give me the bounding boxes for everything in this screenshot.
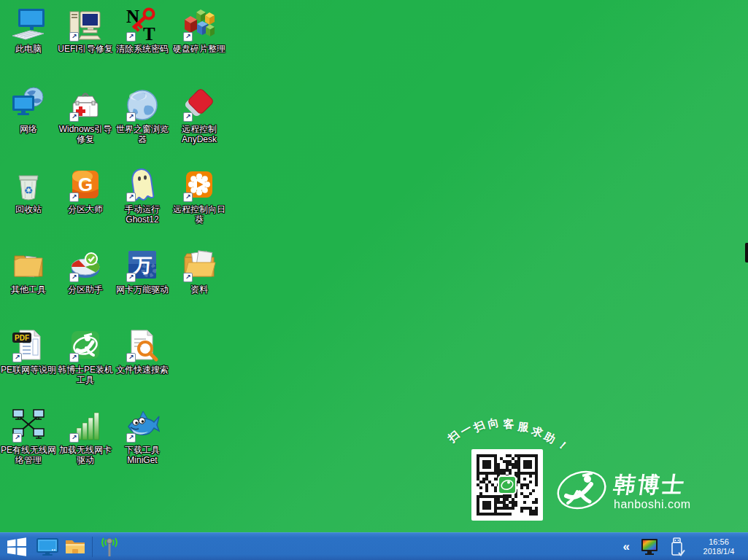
desktop-icon-recycle-bin[interactable]: ♻ 回收站 xyxy=(0,167,57,214)
desktop-icon-hanboshi-pe-installer[interactable]: ↗ 韩博士PE装机工具 xyxy=(57,327,114,385)
documents-folder-icon: ↗ xyxy=(182,247,217,282)
icon-label: 资料 xyxy=(169,284,229,295)
qr-caption-char: ！ xyxy=(554,437,571,454)
icon-label: 分区助手 xyxy=(55,284,115,295)
hanboshi-logo-icon xyxy=(553,467,610,514)
shortcut-arrow-icon: ↗ xyxy=(12,353,22,362)
desktop-icon-partition-assistant[interactable]: ↗ 分区助手 xyxy=(57,247,114,295)
desktop-icon-uefi-boot-repair[interactable]: ↗ UEFI引导修复 xyxy=(57,7,114,54)
icon-label: 手动运行Ghost12 xyxy=(112,204,172,225)
icon-label: 加载无线网卡驱动 xyxy=(55,445,115,465)
shortcut-arrow-icon: ↗ xyxy=(126,32,136,42)
svg-text:♻: ♻ xyxy=(24,184,34,196)
desktop-icon-file-quick-search[interactable]: ↗ 文件快速搜索 xyxy=(114,327,171,375)
taskbar-clock[interactable]: 16:56 2018/1/4 xyxy=(691,537,748,556)
icon-label: 韩博士PE装机工具 xyxy=(55,365,115,385)
edge-panel-handle[interactable] xyxy=(745,243,748,262)
shortcut-arrow-icon: ↗ xyxy=(183,192,193,202)
colored-cubes-icon: ↗ xyxy=(182,7,217,42)
diskgenius-icon: G ↗ xyxy=(68,167,103,202)
recycle-bin-icon: ♻ xyxy=(11,167,46,202)
icon-label: 文件快速搜索 xyxy=(112,365,172,375)
display-rainbow-icon xyxy=(640,538,659,556)
desktop-icon-this-pc[interactable]: 此电脑 xyxy=(0,7,57,54)
usb-drive-icon xyxy=(668,537,686,557)
file-search-icon: ↗ xyxy=(125,327,160,362)
ghost-icon: ↗ xyxy=(125,167,160,202)
icon-label: 世界之窗浏览器 xyxy=(112,124,172,144)
svg-text:PDF: PDF xyxy=(15,334,29,342)
icon-label: 分区大师 xyxy=(55,204,115,214)
icon-label: 网卡万能驱动 xyxy=(112,284,172,295)
clock-date: 2018/1/4 xyxy=(695,547,742,556)
sunflower-icon: ↗ xyxy=(182,167,217,202)
taskbar-network-antenna-button[interactable] xyxy=(96,533,123,560)
shortcut-arrow-icon: ↗ xyxy=(69,112,79,122)
brand-text-block: 韩博士 hanboshi.com xyxy=(614,472,691,511)
desktop-icon-miniget-downloader[interactable]: ↗ 下载工具MiniGet xyxy=(114,408,171,465)
taskbar: « 16:56 2018/1/4 xyxy=(0,532,748,560)
tray-usb-button[interactable] xyxy=(663,533,691,560)
svg-text:T: T xyxy=(143,24,155,42)
taskbar-separator xyxy=(92,537,93,557)
desktop-icon-universal-nic-driver[interactable]: 万 ↗ 网卡万能驱动 xyxy=(114,247,171,295)
system-tray: « 16:56 2018/1/4 xyxy=(617,533,748,560)
shortcut-arrow-icon: ↗ xyxy=(69,433,79,443)
signal-bars-icon: ↗ xyxy=(68,408,103,443)
antenna-icon xyxy=(97,536,122,558)
desktop[interactable]: 此电脑 网络 ♻ 回收站 其他工具 PDF ↗ PE联网等说明 ↗ PE有线无线… xyxy=(0,0,748,560)
folder-icon xyxy=(64,537,86,556)
hanboshi-app-icon: ↗ xyxy=(68,327,103,362)
shortcut-arrow-icon: ↗ xyxy=(126,433,136,443)
toolbox-icon: ↗ xyxy=(68,87,103,122)
shark-icon: ↗ xyxy=(125,408,160,443)
icon-label: 网络 xyxy=(0,124,58,134)
icon-label: 下载工具MiniGet xyxy=(112,445,172,465)
icon-label: 清除系统密码 xyxy=(112,44,172,54)
desktop-icon-partition-master[interactable]: G ↗ 分区大师 xyxy=(57,167,114,214)
qr-caption-char: 求 xyxy=(530,424,544,441)
network-icon xyxy=(11,87,46,122)
icon-label: 远程控制向日葵 xyxy=(169,204,229,225)
desktop-icon-network[interactable]: 网络 xyxy=(0,87,57,134)
desktop-icon-windows-boot-repair[interactable]: ↗ Widnows引导修复 xyxy=(57,87,114,144)
icon-label: PE有线无线网络管理 xyxy=(0,445,58,465)
nt-key-icon: NT ↗ xyxy=(125,7,160,42)
windows-logo-icon xyxy=(7,537,26,556)
svg-text:G: G xyxy=(78,174,93,195)
network-topology-icon: ↗ xyxy=(11,408,46,443)
desktop-icon-data-folder[interactable]: ↗ 资料 xyxy=(171,247,228,295)
desktop-icon-theworld-browser[interactable]: ↗ 世界之窗浏览器 xyxy=(114,87,171,144)
shortcut-arrow-icon: ↗ xyxy=(126,192,136,202)
desktop-icon-clear-system-password[interactable]: NT ↗ 清除系统密码 xyxy=(114,7,171,54)
qr-caption-char: 助 xyxy=(541,429,558,447)
icon-label: 其他工具 xyxy=(0,284,58,295)
shortcut-arrow-icon: ↗ xyxy=(183,273,193,282)
shortcut-arrow-icon: ↗ xyxy=(183,32,193,42)
taskbar-file-explorer-button[interactable] xyxy=(61,533,89,560)
desktop-icon-sunlogin-remote[interactable]: ↗ 远程控制向日葵 xyxy=(171,167,228,225)
icon-label: 回收站 xyxy=(0,204,58,214)
shortcut-arrow-icon: ↗ xyxy=(126,353,136,362)
clock-time: 16:56 xyxy=(695,537,742,547)
desktop-icon-other-tools[interactable]: 其他工具 xyxy=(0,247,57,295)
qr-caption-char: 服 xyxy=(517,420,529,435)
desktop-icon-anydesk-remote[interactable]: ↗ 远程控制AnyDesk xyxy=(171,87,228,144)
shortcut-arrow-icon: ↗ xyxy=(69,273,79,282)
globe-browser-icon: ↗ xyxy=(125,87,160,122)
desktop-icon-pe-network-guide[interactable]: PDF ↗ PE联网等说明 xyxy=(0,327,57,375)
tray-display-button[interactable] xyxy=(636,533,663,560)
shortcut-arrow-icon: ↗ xyxy=(126,273,136,282)
desktop-icon-wireless-nic-driver[interactable]: ↗ 加载无线网卡驱动 xyxy=(57,408,114,465)
anydesk-diamond-icon: ↗ xyxy=(182,87,217,122)
start-button[interactable] xyxy=(0,533,34,560)
support-qr-code xyxy=(471,449,543,521)
partition-pie-icon: ↗ xyxy=(68,247,103,282)
desktop-icon-pe-wired-wireless-mgmt[interactable]: ↗ PE有线无线网络管理 xyxy=(0,408,57,465)
desktop-icon-disk-defrag[interactable]: ↗ 硬盘碎片整理 xyxy=(171,7,228,54)
tray-overflow-button[interactable]: « xyxy=(617,533,636,560)
icon-label: 此电脑 xyxy=(0,44,58,54)
icon-label: UEFI引导修复 xyxy=(55,44,115,54)
desktop-icon-run-ghost12[interactable]: ↗ 手动运行Ghost12 xyxy=(114,167,171,225)
taskbar-this-pc-button[interactable] xyxy=(34,533,61,560)
